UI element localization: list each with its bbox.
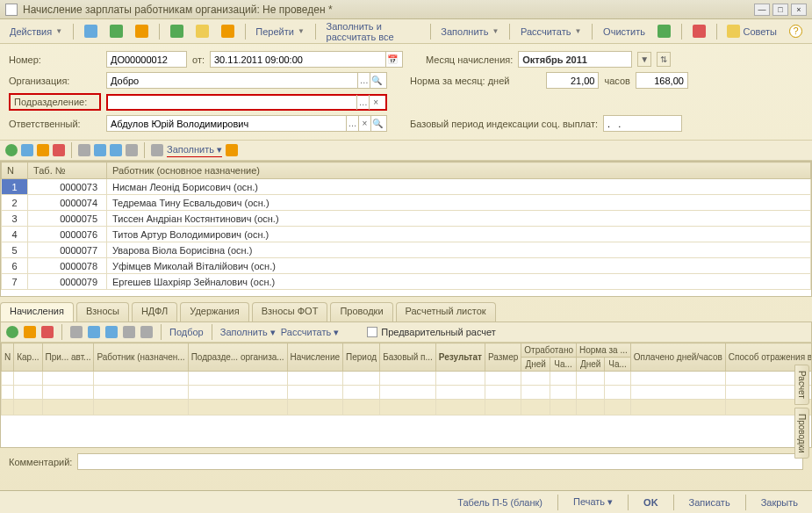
fill-calc-all-button[interactable]: Заполнить и рассчитать все (322, 19, 424, 44)
base-period-input[interactable] (603, 115, 682, 132)
col-tab[interactable]: Таб. № (28, 163, 107, 179)
dept-input[interactable]: …× (106, 94, 387, 111)
minimize-button[interactable]: — (754, 4, 770, 16)
add-icon[interactable] (5, 144, 18, 156)
table-row[interactable]: 30000075Тиссен Андріан Костянтинович (ос… (2, 211, 811, 227)
ok-button[interactable]: OK (638, 495, 664, 510)
table-row[interactable]: 10000073Нисман Леонід Борисович (осн.) (2, 179, 811, 195)
side-tab-postings[interactable]: Проводки (794, 408, 809, 459)
date-input[interactable]: 📅 (210, 51, 403, 68)
table-row[interactable]: 50000077Уварова Віола Борисівна (осн.) (2, 242, 811, 258)
advice-button[interactable]: Советы (722, 23, 780, 40)
edit-icon[interactable] (24, 326, 36, 338)
table-row[interactable] (2, 372, 813, 386)
dept-select-icon[interactable]: … (356, 95, 370, 110)
col2-worked-hours[interactable]: Ча... (550, 358, 577, 372)
comment-input[interactable] (77, 453, 803, 470)
month-select[interactable]: Октябрь 2011 (518, 51, 632, 68)
clear-button[interactable]: Очистить (599, 25, 650, 39)
edit-icon[interactable] (37, 144, 49, 156)
table-row[interactable]: 20000074Тедремаа Тину Есвальдович (осн.) (2, 195, 811, 211)
col2-size[interactable]: Размер (485, 343, 521, 372)
col2-paid[interactable]: Оплачено дней/часов (630, 343, 725, 372)
prelim-checkbox[interactable]: Предварительный расчет (367, 327, 496, 337)
col-worker[interactable]: Работник (основное назначение) (107, 163, 811, 179)
org-input[interactable]: …🔍 (106, 72, 387, 89)
help-button[interactable]: ? (785, 23, 807, 40)
toolbar-icon-6[interactable] (217, 23, 239, 40)
table-row[interactable]: 70000079Ергешев Шахріяр Зейналович (осн.… (2, 274, 811, 290)
sort-icon[interactable] (78, 144, 90, 156)
col2-norm-days[interactable]: Дней (576, 358, 604, 372)
table-row[interactable] (2, 386, 813, 400)
org-select-icon[interactable]: … (357, 73, 370, 88)
col2-worked[interactable]: Отработано (521, 343, 577, 358)
col2-base[interactable]: Базовый п... (380, 343, 436, 372)
col2-dept[interactable]: Подразде... организа... (188, 343, 287, 372)
toolbar-icon-3[interactable] (131, 23, 153, 40)
actions-menu[interactable]: Действия▼ (5, 25, 67, 39)
number-input[interactable] (106, 51, 187, 68)
col2-period[interactable]: Период (343, 343, 380, 372)
tab-accruals[interactable]: Начисления (0, 302, 74, 322)
toolbar-icon-7[interactable] (653, 23, 675, 40)
close-button-bottom[interactable]: Закрыть (756, 495, 803, 510)
close-button[interactable]: × (791, 4, 807, 16)
resp-input[interactable]: …×🔍 (106, 115, 387, 132)
month-spin-icon[interactable]: ⇅ (657, 52, 671, 67)
col2-norm-hours[interactable]: Ча... (605, 358, 630, 372)
tab-deductions[interactable]: Удержания (180, 302, 248, 322)
tabel-button[interactable]: Табель П-5 (бланк) (452, 495, 548, 510)
sort-icon[interactable] (70, 326, 83, 338)
top-fill-menu[interactable]: Заполнить ▾ (167, 144, 222, 157)
goto-menu[interactable]: Перейти▼ (251, 25, 309, 39)
resp-clear-icon[interactable]: × (358, 116, 370, 131)
col2-worked-days[interactable]: Дней (521, 358, 550, 372)
tab-postings[interactable]: Проводки (330, 302, 392, 322)
sub-fill-menu[interactable]: Заполнить ▾ (220, 327, 276, 338)
person-icon[interactable] (226, 144, 238, 156)
maximize-button[interactable]: □ (772, 4, 788, 16)
resp-select-icon[interactable]: … (346, 116, 358, 131)
accruals-grid[interactable]: N Кар... При... авт... Работник (назначе… (0, 343, 812, 448)
toolbar-icon-1[interactable] (80, 23, 102, 40)
org-search-icon[interactable]: 🔍 (370, 73, 383, 88)
calc-menu[interactable]: Рассчитать▼ (516, 25, 586, 39)
move-down-icon[interactable] (105, 326, 118, 338)
resp-search-icon[interactable]: 🔍 (370, 116, 383, 131)
tab-fot[interactable]: Взносы ФОТ (252, 302, 328, 322)
sort-za-icon[interactable] (151, 144, 163, 156)
dept-clear-icon[interactable]: × (369, 95, 382, 110)
select-button[interactable]: Подбор (169, 327, 204, 337)
table-row[interactable]: 60000078Уфімцев Миколай Віталійович (осн… (2, 258, 811, 274)
move-up-icon[interactable] (88, 326, 100, 338)
workers-grid[interactable]: N Таб. № Работник (основное назначение) … (0, 161, 812, 297)
col2-worker[interactable]: Работник (назначен... (94, 343, 188, 372)
save-button[interactable]: Записать (684, 495, 736, 510)
col2-n[interactable]: N (2, 343, 14, 372)
toolbar-icon-4[interactable] (166, 23, 188, 40)
print-menu[interactable]: Печать ▾ (568, 494, 618, 510)
col2-kar[interactable]: Кар... (14, 343, 42, 372)
col2-pri[interactable]: При... авт... (42, 343, 94, 372)
move-up-icon[interactable] (94, 144, 106, 156)
col2-norm[interactable]: Норма за ... (576, 343, 630, 358)
add-icon[interactable] (6, 326, 18, 338)
norm-hours-input[interactable] (636, 72, 688, 89)
toolbar-icon-2[interactable] (105, 23, 127, 40)
sort-az-icon[interactable] (123, 326, 135, 338)
copy-icon[interactable] (21, 144, 33, 156)
calendar-icon[interactable]: 📅 (385, 52, 399, 67)
toolbar-icon-8[interactable] (688, 23, 710, 40)
fill-menu[interactable]: Заполнить▼ (436, 25, 503, 39)
month-dropdown-icon[interactable]: ▼ (637, 52, 651, 67)
sub-calc-menu[interactable]: Рассчитать ▾ (281, 327, 339, 338)
tab-contrib[interactable]: Взносы (76, 302, 129, 322)
table-row[interactable]: 40000076Титов Артур Володимирович (осн.) (2, 227, 811, 242)
sort-za-icon[interactable] (140, 326, 153, 338)
side-tab-calc[interactable]: Расчет (794, 365, 809, 405)
col2-accrual[interactable]: Начисление (287, 343, 342, 372)
move-down-icon[interactable] (110, 144, 122, 156)
toolbar-icon-5[interactable] (191, 23, 213, 40)
tab-payslip[interactable]: Расчетный листок (396, 302, 496, 322)
